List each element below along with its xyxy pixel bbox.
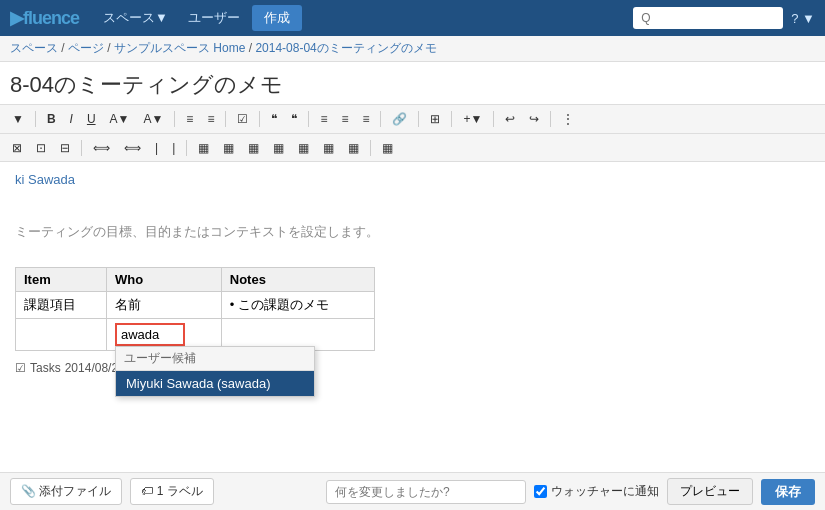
sep1 — [35, 111, 36, 127]
logo: ▶fluence — [10, 7, 79, 29]
editor-area[interactable]: ki Sawada ミーティングの目標、目的またはコンテキストを設定します。 I… — [0, 162, 825, 385]
sep8 — [451, 111, 452, 127]
tb2-11[interactable]: ▦ — [267, 138, 290, 158]
underline-btn[interactable]: U — [81, 109, 102, 129]
nav-spaces[interactable]: スペース▼ — [95, 5, 176, 31]
sep11 — [81, 140, 82, 156]
sep4 — [259, 111, 260, 127]
tb2-13[interactable]: ▦ — [317, 138, 340, 158]
save-btn[interactable]: 保存 — [761, 479, 815, 505]
sep2 — [174, 111, 175, 127]
table-row-empty: ユーザー候補 Miyuki Sawada (sawada) — [16, 319, 375, 351]
toolbar-row2: ⊠ ⊡ ⊟ ⟺ ⟺ | | ▦ ▦ ▦ ▦ ▦ ▦ ▦ ▦ — [0, 134, 825, 162]
breadcrumb: スペース / ページ / サンプルスペース Home / 2014-08-04の… — [0, 36, 825, 62]
meeting-placeholder: ミーティングの目標、目的またはコンテキストを設定します。 — [15, 223, 810, 241]
link-btn[interactable]: 🔗 — [386, 109, 413, 129]
highlight-btn[interactable]: A▼ — [137, 109, 169, 129]
sep7 — [418, 111, 419, 127]
page-title: 8-04のミーティングのメモ — [0, 62, 825, 104]
tb2-4[interactable]: ⟺ — [87, 138, 116, 158]
tb2-15[interactable]: ▦ — [376, 138, 399, 158]
label-btn[interactable]: 🏷 1 ラベル — [130, 478, 213, 505]
tb2-1[interactable]: ⊠ — [6, 138, 28, 158]
watcher-label: ウォッチャーに通知 — [534, 483, 659, 500]
editor-content: ki Sawada ミーティングの目標、目的またはコンテキストを設定します。 I… — [0, 162, 825, 478]
autocomplete-dropdown: ユーザー候補 Miyuki Sawada (sawada) — [115, 346, 315, 397]
italic-btn[interactable]: I — [64, 109, 79, 129]
footer-bar: 📎 添付ファイル 🏷 1 ラベル ウォッチャーに通知 プレビュー 保存 — [0, 472, 825, 510]
sep9 — [493, 111, 494, 127]
tb2-6[interactable]: | — [149, 138, 164, 158]
preview-btn[interactable]: プレビュー — [667, 478, 753, 505]
nav-create[interactable]: 作成 — [252, 5, 302, 31]
tb2-2[interactable]: ⊡ — [30, 138, 52, 158]
cell-who-2[interactable]: ユーザー候補 Miyuki Sawada (sawada) — [107, 319, 222, 351]
sep3 — [225, 111, 226, 127]
align-right-btn[interactable]: ≡ — [356, 109, 375, 129]
top-nav: ▶fluence スペース▼ ユーザー 作成 ? ▼ — [0, 0, 825, 36]
toolbar-row1: ▼ B I U A▼ A▼ ≡ ≡ ☑ ❝ ❝ ≡ ≡ ≡ 🔗 ⊞ +▼ ↩ ↪… — [0, 104, 825, 134]
autocomplete-wrapper: ユーザー候補 Miyuki Sawada (sawada) — [115, 323, 185, 346]
author-link[interactable]: ki Sawada — [15, 172, 810, 187]
bold-btn[interactable]: B — [41, 109, 62, 129]
table-row: 課題項目 名前 この課題のメモ — [16, 292, 375, 319]
tb2-7[interactable]: | — [166, 138, 181, 158]
tb2-12[interactable]: ▦ — [292, 138, 315, 158]
breadcrumb-home[interactable]: サンプルスペース Home — [114, 41, 245, 55]
tb2-5[interactable]: ⟺ — [118, 138, 147, 158]
nav-users[interactable]: ユーザー — [180, 5, 248, 31]
nav-help[interactable]: ? ▼ — [791, 11, 815, 26]
cell-who[interactable]: 名前 — [107, 292, 222, 319]
format-dropdown[interactable]: ▼ — [6, 109, 30, 129]
align-left-btn[interactable]: ≡ — [314, 109, 333, 129]
tasks-icon: ☑ — [15, 361, 26, 375]
tb2-8[interactable]: ▦ — [192, 138, 215, 158]
breadcrumb-page[interactable]: ページ — [68, 41, 104, 55]
more-btn[interactable]: ⋮ — [556, 109, 580, 129]
blockquote-btn[interactable]: ❝ — [265, 109, 283, 129]
who-input[interactable] — [115, 323, 185, 346]
insert-btn[interactable]: +▼ — [457, 109, 488, 129]
col-notes: Notes — [221, 268, 374, 292]
col-item: Item — [16, 268, 107, 292]
global-search[interactable] — [633, 7, 783, 29]
table-btn[interactable]: ⊞ — [424, 109, 446, 129]
tb2-14[interactable]: ▦ — [342, 138, 365, 158]
breadcrumb-spaces[interactable]: スペース — [10, 41, 58, 55]
cell-notes[interactable]: この課題のメモ — [221, 292, 374, 319]
cell-item[interactable]: 課題項目 — [16, 292, 107, 319]
task-btn[interactable]: ☑ — [231, 109, 254, 129]
tb2-9[interactable]: ▦ — [217, 138, 240, 158]
redo-btn[interactable]: ↪ — [523, 109, 545, 129]
align-center-btn[interactable]: ≡ — [335, 109, 354, 129]
tasks-label: Tasks — [30, 361, 61, 375]
sep12 — [186, 140, 187, 156]
watcher-checkbox[interactable] — [534, 485, 547, 498]
autocomplete-header: ユーザー候補 — [116, 347, 314, 371]
undo-btn[interactable]: ↩ — [499, 109, 521, 129]
font-color-btn[interactable]: A▼ — [104, 109, 136, 129]
autocomplete-item-0[interactable]: Miyuki Sawada (sawada) — [116, 371, 314, 396]
meeting-table: Item Who Notes 課題項目 名前 この課題のメモ — [15, 267, 375, 351]
sep6 — [380, 111, 381, 127]
col-who: Who — [107, 268, 222, 292]
tb2-10[interactable]: ▦ — [242, 138, 265, 158]
attach-btn[interactable]: 📎 添付ファイル — [10, 478, 122, 505]
ol-btn[interactable]: ≡ — [201, 109, 220, 129]
cell-item-2[interactable] — [16, 319, 107, 351]
sep10 — [550, 111, 551, 127]
change-comment[interactable] — [326, 480, 526, 504]
tb2-3[interactable]: ⊟ — [54, 138, 76, 158]
breadcrumb-current[interactable]: 2014-08-04のミーティングのメモ — [255, 41, 436, 55]
ul-btn[interactable]: ≡ — [180, 109, 199, 129]
sep5 — [308, 111, 309, 127]
blockquote2-btn[interactable]: ❝ — [285, 109, 303, 129]
sep13 — [370, 140, 371, 156]
